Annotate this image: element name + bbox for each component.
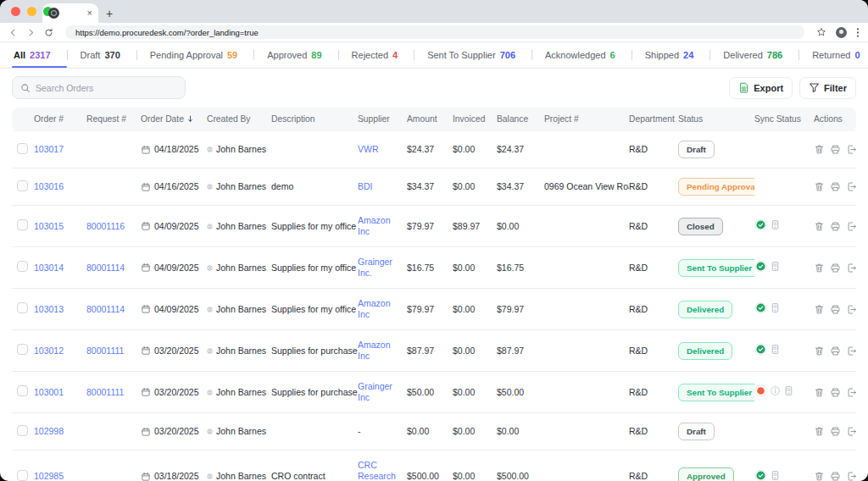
status-tab[interactable]: Pending Approval 59: [148, 42, 265, 68]
export-row-icon[interactable]: [846, 304, 856, 315]
print-icon[interactable]: [830, 181, 841, 192]
col-status[interactable]: Status: [678, 108, 754, 131]
export-row-icon[interactable]: [846, 346, 856, 357]
reload-icon[interactable]: [44, 28, 53, 37]
status-tab[interactable]: Rejected 4: [350, 42, 426, 68]
supplier-link[interactable]: Amazon Inc: [358, 298, 391, 319]
supplier-link[interactable]: CRC Research Inc: [358, 460, 396, 481]
request-number-link[interactable]: 80001114: [86, 263, 125, 273]
request-number-link[interactable]: 80001111: [86, 387, 124, 397]
table-row[interactable]: 103017 04/18/2025 John Barnes VWR $24.37…: [12, 131, 856, 169]
address-bar[interactable]: https://demo.procuredesk.com/?order_land…: [65, 25, 804, 39]
col-supplier[interactable]: Supplier: [358, 108, 407, 131]
new-tab-button[interactable]: [106, 8, 113, 19]
delete-icon[interactable]: [814, 221, 825, 232]
order-number-link[interactable]: 103016: [34, 181, 64, 191]
export-button[interactable]: Export: [729, 77, 793, 99]
table-row[interactable]: 103013 80001114 04/09/2025 John Barnes S…: [12, 289, 856, 330]
request-number-link[interactable]: 80001114: [86, 304, 125, 314]
col-balance[interactable]: Balance: [497, 108, 544, 131]
table-row[interactable]: 103014 80001114 04/09/2025 John Barnes S…: [12, 247, 856, 289]
bookmark-star-icon[interactable]: [816, 27, 826, 37]
order-number-link[interactable]: 102985: [34, 471, 64, 481]
delete-icon[interactable]: [814, 471, 825, 481]
tab-close-icon[interactable]: [87, 8, 92, 18]
delete-icon[interactable]: [814, 181, 825, 192]
export-row-icon[interactable]: [846, 221, 856, 232]
row-checkbox[interactable]: [17, 180, 28, 191]
supplier-link[interactable]: BDI: [358, 181, 373, 191]
supplier-link[interactable]: Grainger Inc.: [358, 257, 392, 278]
status-tab[interactable]: Acknowledged 6: [543, 42, 643, 68]
print-icon[interactable]: [830, 346, 841, 357]
supplier-link[interactable]: Amazon Inc: [358, 215, 391, 236]
col-created-by[interactable]: Created By: [207, 108, 271, 131]
col-description[interactable]: Description: [271, 108, 358, 131]
print-icon[interactable]: [830, 144, 841, 155]
print-icon[interactable]: [830, 426, 841, 437]
col-order-number[interactable]: Order #: [34, 108, 86, 131]
col-department[interactable]: Department: [629, 108, 678, 131]
browser-menu-icon[interactable]: [856, 27, 860, 38]
profile-avatar[interactable]: [836, 27, 847, 38]
status-tab[interactable]: Shipped 24: [643, 42, 722, 68]
print-icon[interactable]: [830, 471, 841, 481]
row-checkbox[interactable]: [17, 302, 28, 313]
order-number-link[interactable]: 103017: [34, 144, 64, 154]
sync-receipt-icon[interactable]: [783, 385, 794, 396]
col-request-number[interactable]: Request #: [86, 108, 141, 131]
sync-receipt-icon[interactable]: [770, 219, 781, 230]
sync-receipt-icon[interactable]: [770, 470, 781, 481]
status-tab[interactable]: All 2317: [12, 42, 79, 68]
export-row-icon[interactable]: [846, 181, 856, 192]
order-number-link[interactable]: 102998: [34, 426, 64, 436]
close-window-button[interactable]: [11, 7, 20, 16]
table-row[interactable]: 103015 80001116 04/09/2025 John Barnes S…: [12, 206, 856, 247]
export-row-icon[interactable]: [846, 387, 856, 398]
print-icon[interactable]: [830, 304, 841, 315]
table-row[interactable]: 103001 80001111 03/20/2025 John Barnes S…: [12, 372, 856, 413]
row-checkbox[interactable]: [17, 470, 28, 481]
print-icon[interactable]: [830, 221, 841, 232]
sync-receipt-icon[interactable]: [770, 344, 781, 355]
delete-icon[interactable]: [814, 426, 825, 437]
row-checkbox[interactable]: [17, 143, 28, 154]
print-icon[interactable]: [830, 387, 841, 398]
export-row-icon[interactable]: [846, 471, 856, 481]
sync-receipt-icon[interactable]: [770, 302, 781, 313]
request-number-link[interactable]: 80001116: [86, 221, 125, 231]
status-tab[interactable]: Returned 0: [810, 42, 868, 68]
order-number-link[interactable]: 103015: [34, 221, 64, 231]
col-sync-status[interactable]: Sync Status: [754, 108, 814, 131]
delete-icon[interactable]: [814, 144, 825, 155]
delete-icon[interactable]: [814, 304, 825, 315]
supplier-link[interactable]: VWR: [358, 144, 379, 154]
delete-icon[interactable]: [814, 346, 825, 357]
col-amount[interactable]: Amount: [407, 108, 453, 131]
request-number-link[interactable]: 80001111: [86, 346, 124, 356]
filter-button[interactable]: Filter: [799, 77, 856, 99]
order-number-link[interactable]: 103013: [34, 304, 64, 314]
row-checkbox[interactable]: [17, 344, 28, 355]
status-tab[interactable]: Approved 89: [265, 42, 349, 68]
forward-icon[interactable]: [26, 28, 36, 37]
supplier-link[interactable]: Amazon Inc: [358, 340, 391, 361]
export-row-icon[interactable]: [846, 426, 856, 437]
table-row[interactable]: 103016 04/16/2025 John Barnes demo BDI $…: [12, 169, 856, 206]
export-row-icon[interactable]: [846, 263, 856, 274]
search-orders-box[interactable]: [12, 76, 186, 99]
row-checkbox[interactable]: [17, 385, 28, 396]
export-row-icon[interactable]: [846, 144, 856, 155]
table-row[interactable]: 102998 03/20/2025 John Barnes - $0.00 $0…: [12, 413, 856, 451]
sync-receipt-icon[interactable]: [770, 261, 781, 272]
sync-info-icon[interactable]: [770, 385, 781, 396]
order-number-link[interactable]: 103001: [34, 387, 64, 397]
print-icon[interactable]: [830, 263, 841, 274]
status-tab[interactable]: Draft 370: [79, 42, 148, 68]
row-checkbox[interactable]: [17, 219, 28, 230]
order-number-link[interactable]: 103012: [34, 346, 64, 356]
status-tab[interactable]: Delivered 786: [721, 42, 810, 68]
back-icon[interactable]: [8, 28, 18, 37]
table-row[interactable]: 102985 03/18/2025 John Barnes CRO contra…: [12, 451, 856, 481]
table-row[interactable]: 103012 80001111 03/20/2025 John Barnes S…: [12, 330, 856, 372]
